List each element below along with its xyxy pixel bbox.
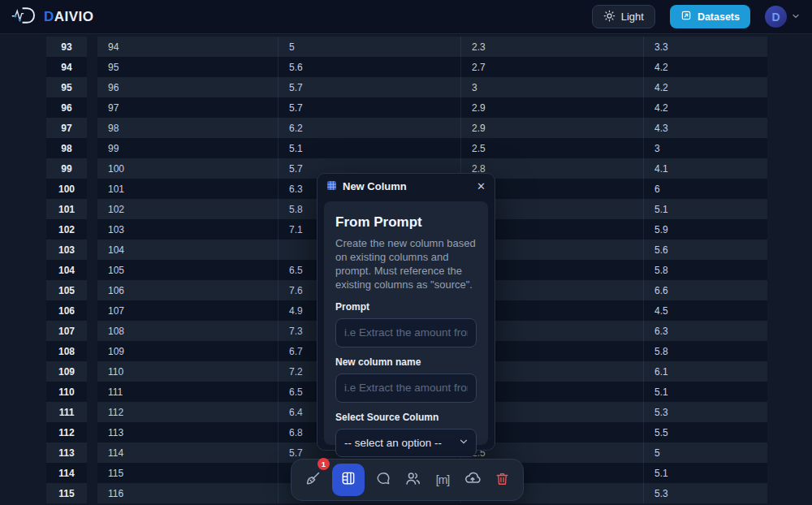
table-row[interactable]: 98995.12.53 [0, 138, 812, 158]
table-cell: 114 [97, 442, 278, 463]
datasets-button[interactable]: Datasets [670, 5, 750, 28]
row-number: 96 [46, 97, 87, 118]
table-columns-icon [340, 470, 356, 490]
table-row[interactable]: 939452.33.3 [0, 37, 812, 57]
table-cell: 5.5 [643, 422, 767, 442]
row-gap [87, 179, 97, 199]
delete-button[interactable] [491, 464, 512, 496]
cloud-upload-icon [464, 469, 482, 490]
table-cell: 5.8 [643, 260, 767, 280]
new-column-name-label: New column name [335, 356, 477, 368]
row-number: 107 [46, 321, 87, 341]
cloud-sync-button[interactable] [462, 464, 483, 496]
row-number: 95 [46, 77, 87, 97]
collaborators-button[interactable] [403, 464, 424, 496]
table-cell: 97 [97, 97, 278, 118]
row-gap [87, 382, 97, 402]
table-cell: 6.1 [643, 361, 767, 382]
table-row[interactable]: 97986.22.94.3 [0, 118, 812, 138]
new-column-modal: New Column ✕ From Prompt Create the new … [317, 173, 495, 451]
new-column-button[interactable] [332, 464, 365, 496]
table-cell: 4.2 [643, 57, 767, 77]
row-number: 94 [46, 57, 87, 77]
table-cell: 104 [97, 240, 278, 260]
table-cell: 5 [643, 442, 767, 463]
from-prompt-card: From Prompt Create the new column based … [324, 201, 488, 445]
table-row[interactable]: 95965.734.2 [0, 77, 812, 97]
table-cell: 102 [97, 199, 278, 219]
card-heading: From Prompt [335, 214, 477, 231]
users-icon [404, 470, 421, 490]
source-column-select[interactable]: -- select an option -- [335, 429, 477, 457]
brand-logo[interactable]: DAIVIO [11, 5, 94, 29]
table-cell: 2.9 [460, 97, 643, 118]
table-cell: 110 [97, 361, 278, 382]
daivio-logo-icon [11, 5, 37, 29]
table-cell: 5.1 [643, 463, 767, 483]
table-cell: 3 [460, 77, 643, 97]
theme-toggle-button[interactable]: Light [592, 5, 655, 28]
table-cell: 5.8 [643, 341, 767, 361]
table-cell: 6 [643, 179, 767, 199]
new-column-name-input[interactable] [335, 373, 477, 403]
table-row[interactable]: 94955.62.74.2 [0, 57, 812, 77]
close-icon[interactable]: ✕ [477, 181, 486, 192]
table-cell: 101 [97, 179, 278, 199]
row-number: 106 [46, 300, 87, 321]
row-gap [87, 341, 97, 361]
clean-data-button[interactable]: 1 [302, 464, 323, 496]
sun-icon [603, 10, 615, 24]
table-cell: 5.3 [643, 402, 767, 422]
prompt-label: Prompt [335, 301, 477, 313]
table-cell: 108 [97, 321, 278, 341]
table-cell: 6.2 [278, 118, 460, 138]
row-number: 110 [46, 382, 87, 402]
row-gap [87, 321, 97, 341]
row-gap [87, 463, 97, 483]
card-description: Create the new column based on existing … [335, 236, 477, 292]
datasets-label: Datasets [698, 11, 740, 23]
row-number: 104 [46, 260, 87, 280]
chat-button[interactable] [373, 464, 394, 496]
table-cell: 109 [97, 341, 278, 361]
markdown-button[interactable]: [m] [432, 464, 453, 496]
user-menu[interactable]: D [765, 6, 801, 28]
table-cell: 113 [97, 422, 278, 442]
row-gap [87, 240, 97, 260]
table-cell: 5.6 [278, 57, 460, 77]
row-gap [87, 97, 97, 118]
table-cell: 94 [97, 37, 278, 57]
row-number: 100 [46, 179, 87, 199]
row-number: 113 [46, 442, 87, 463]
notification-badge: 1 [317, 458, 330, 470]
row-gap [87, 260, 97, 280]
table-cell: 6.3 [643, 321, 767, 341]
row-gap [87, 422, 97, 442]
table-cell: 5.7 [278, 77, 460, 97]
table-cell: 2.7 [460, 57, 643, 77]
brand-name: DAIVIO [44, 9, 94, 25]
table-cell: 103 [97, 219, 278, 240]
row-gap [87, 118, 97, 138]
table-cell: 106 [97, 280, 278, 300]
prompt-input[interactable] [335, 318, 477, 347]
table-cell: 6.6 [643, 280, 767, 300]
floating-toolbar: 1 [m] [291, 459, 524, 501]
table-cell: 105 [97, 260, 278, 280]
table-cell: 2.9 [460, 118, 643, 138]
table-cell: 5.1 [643, 199, 767, 219]
row-number: 109 [46, 361, 87, 382]
table-cell: 2.5 [460, 138, 643, 158]
row-gap [87, 442, 97, 463]
table-cell: 4.2 [643, 77, 767, 97]
table-row[interactable]: 96975.72.94.2 [0, 97, 812, 118]
theme-toggle-label: Light [621, 11, 644, 23]
broom-icon [304, 470, 322, 490]
table-cell: 4.1 [643, 158, 767, 179]
table-cell: 2.3 [460, 37, 643, 57]
source-column-label: Select Source Column [335, 412, 477, 423]
row-number: 103 [46, 240, 87, 260]
row-gap [87, 300, 97, 321]
row-number: 97 [46, 118, 87, 138]
row-gap [87, 138, 97, 158]
